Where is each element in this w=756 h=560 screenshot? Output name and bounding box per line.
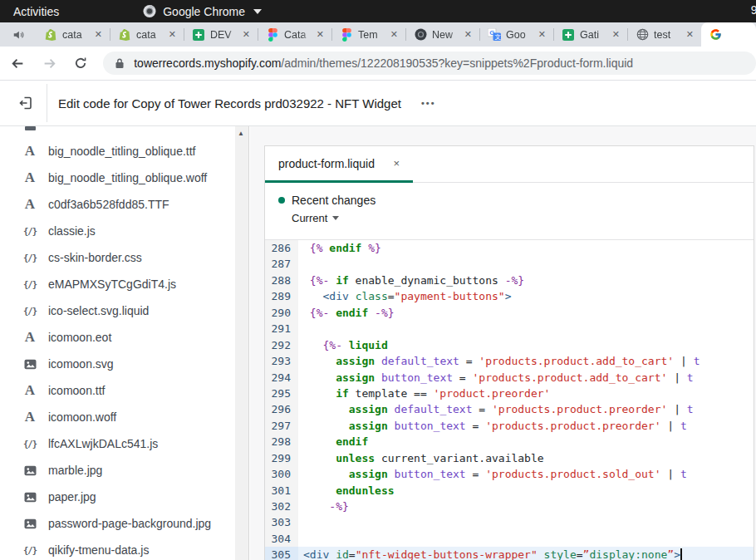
more-actions-button[interactable]: ••• <box>416 95 441 111</box>
tab-close-icon[interactable]: ✕ <box>241 28 252 41</box>
app-menu[interactable]: Google Chrome <box>143 5 262 18</box>
file-name: qikify-tmenu-data.js <box>48 543 149 557</box>
file-item[interactable]: {/}lfcAXLwjkDALc541.js <box>0 430 235 457</box>
browser-tab[interactable]: DEV✕ <box>184 22 258 47</box>
tab-close-icon[interactable]: ✕ <box>93 28 104 41</box>
browser-tab[interactable]: New✕ <box>406 22 479 47</box>
code-line[interactable]: 289 <div class="payment-buttons"> <box>265 288 754 304</box>
tab-close-icon[interactable]: ✕ <box>463 28 474 41</box>
code-line[interactable]: 295 if template == 'product.preorder' <box>265 386 754 401</box>
tab-close-icon[interactable]: ✕ <box>167 28 178 41</box>
code-line[interactable]: 304 <box>265 531 754 547</box>
code-line[interactable]: 290 {%- endif -%} <box>265 305 754 321</box>
editor-tab-close-icon[interactable]: × <box>391 157 401 169</box>
code-line[interactable]: 291 <box>265 321 754 336</box>
file-item[interactable]: {/}cs-skin-border.css <box>0 244 235 271</box>
file-item[interactable]: marble.jpg <box>0 457 235 484</box>
file-item[interactable]: Abig_noodle_titling_oblique.ttf <box>0 138 235 165</box>
shopify-favicon-icon <box>118 28 131 42</box>
code-line[interactable]: 296 assign default_text = 'products.prod… <box>265 401 754 417</box>
browser-tab[interactable]: cata✕ <box>37 22 110 47</box>
file-item[interactable]: password-page-background.jpg <box>0 510 235 537</box>
file-item[interactable]: {/}ico-select.svg.liquid <box>0 297 235 324</box>
back-button[interactable] <box>5 50 31 76</box>
code-line[interactable]: 286 {% endif %} <box>265 240 754 256</box>
code-line[interactable]: 297 assign button_text = 'products.produ… <box>265 418 754 434</box>
code-text: assign button_text = 'products.product.a… <box>298 370 754 386</box>
code-line[interactable]: 292 {%- liquid <box>265 337 754 353</box>
address-bar[interactable]: towerrecords.myshopify.com/admin/themes/… <box>103 52 756 75</box>
file-item[interactable]: {/}classie.js <box>0 218 235 244</box>
browser-tab[interactable]: Cata✕ <box>258 22 331 47</box>
scroll-up-arrow-icon[interactable]: ▲ <box>238 130 244 137</box>
browser-tab[interactable] <box>701 22 756 47</box>
file-item[interactable]: {/}eMAPMXSyTCgGdiT4.js <box>0 271 235 297</box>
unsaved-changes-dot <box>278 197 285 204</box>
code-text: endif <box>298 434 754 449</box>
tab-close-icon[interactable]: ✕ <box>537 28 547 41</box>
darkapp-favicon-icon <box>414 28 427 42</box>
browser-tab[interactable]: G文Goo✕ <box>480 22 553 47</box>
code-line[interactable]: 301 endunless <box>265 483 754 499</box>
code-editor[interactable]: 286 {% endif %}287288 {%- if enable_dyna… <box>265 240 754 560</box>
tab-audio-indicator[interactable] <box>0 22 37 47</box>
code-line[interactable]: 303 <box>265 514 754 530</box>
browser-tab[interactable]: test✕ <box>628 22 701 47</box>
tab-divider <box>258 28 258 41</box>
reload-button[interactable] <box>67 50 93 76</box>
code-line[interactable]: 299 unless current_variant.available <box>265 450 754 466</box>
file-item[interactable]: Ac0df3a6b528fdd85.TTF <box>0 191 235 218</box>
tab-close-icon[interactable]: ✕ <box>315 28 326 41</box>
code-text <box>298 321 754 336</box>
line-number: 303 <box>265 514 298 530</box>
font-file-icon: A <box>22 382 38 399</box>
file-name: lfcAXLwjkDALc541.js <box>48 437 158 450</box>
file-item[interactable]: {/}qikify-tmenu-data.js <box>0 537 235 560</box>
code-line[interactable]: 293 assign default_text = 'products.prod… <box>265 353 754 369</box>
font-file-icon: A <box>22 329 38 346</box>
file-item[interactable]: Aicomoon.ttf <box>0 377 235 404</box>
code-line[interactable]: 294 assign button_text = 'products.produ… <box>265 370 754 386</box>
tab-close-icon[interactable]: ✕ <box>685 28 695 41</box>
sidebar-scrollbar[interactable]: ▲ <box>235 126 249 560</box>
code-file-icon: {/} <box>22 545 38 555</box>
tab-close-icon[interactable]: ✕ <box>611 28 621 41</box>
browser-tab[interactable]: cata✕ <box>110 22 184 47</box>
file-item[interactable]: Aicomoon.eot <box>0 324 235 351</box>
browser-toolbar: towerrecords.myshopify.com/admin/themes/… <box>0 47 756 81</box>
code-line[interactable]: 302 -%} <box>265 499 754 514</box>
code-line[interactable]: 288 {%- if enable_dynamic_buttons -%} <box>265 273 754 288</box>
browser-tab[interactable]: Gati✕ <box>554 22 627 47</box>
browser-tab[interactable]: Tem✕ <box>332 22 405 47</box>
line-number: 295 <box>265 386 298 401</box>
file-name: ico-select.svg.liquid <box>48 304 149 317</box>
code-text: <div id="nft-widget-buttons-wrapper" sty… <box>298 547 754 560</box>
file-item[interactable]: paper.jpg <box>0 484 235 510</box>
tab-close-icon[interactable]: ✕ <box>389 28 400 41</box>
activities-button[interactable]: Activities <box>0 0 72 22</box>
code-text: endunless <box>298 483 754 499</box>
file-item[interactable]: Abig_noodle_titling_oblique.woff <box>0 165 235 191</box>
code-line[interactable]: 300 assign button_text = 'products.produ… <box>265 466 754 482</box>
clock[interactable]: 9 A <box>751 3 756 17</box>
exit-code-editor-button[interactable] <box>10 87 42 119</box>
code-text <box>298 514 754 530</box>
editor-tab-label: product-form.liquid <box>278 157 391 170</box>
file-item[interactable]: icomoon.svg <box>0 351 235 377</box>
lock-icon <box>113 56 126 70</box>
file-name: classie.js <box>48 224 96 238</box>
line-number: 301 <box>265 483 298 499</box>
forward-button[interactable] <box>36 50 61 76</box>
file-item[interactable]: Aicomoon.woff <box>0 404 235 430</box>
line-number: 300 <box>265 466 298 482</box>
tab-title: New <box>432 29 458 41</box>
version-dropdown[interactable]: Current <box>292 212 740 224</box>
editor-tab-product-form[interactable]: product-form.liquid × <box>265 146 413 183</box>
code-line[interactable]: 298 endif <box>265 434 754 449</box>
code-line[interactable]: 305<div id="nft-widget-buttons-wrapper" … <box>265 547 754 560</box>
tab-title: Cata <box>284 29 310 41</box>
code-line[interactable]: 287 <box>265 256 754 272</box>
page-title: Edit code for Copy of Tower Records prd0… <box>58 96 401 111</box>
line-number: 286 <box>265 240 298 256</box>
speaker-icon <box>12 28 25 42</box>
